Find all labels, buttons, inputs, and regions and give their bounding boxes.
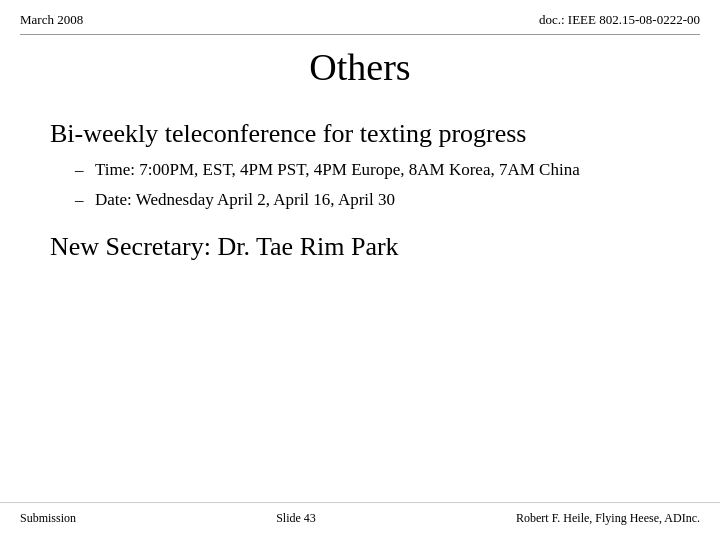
content-section: Bi-weekly teleconference for texting pro… (0, 109, 720, 282)
bullet-list: Time: 7:00PM, EST, 4PM PST, 4PM Europe, … (50, 157, 670, 212)
header-date: March 2008 (20, 12, 83, 28)
bullet-item-2: Date: Wednesday April 2, April 16, April… (80, 187, 670, 213)
bullet-item-1: Time: 7:00PM, EST, 4PM PST, 4PM Europe, … (80, 157, 670, 183)
header-doc: doc.: IEEE 802.15-08-0222-00 (539, 12, 700, 28)
footer-author: Robert F. Heile, Flying Heese, ADInc. (516, 511, 700, 526)
slide-title: Others (20, 45, 700, 89)
footer-slide-number: Slide 43 (276, 511, 316, 526)
slide-footer: Submission Slide 43 Robert F. Heile, Fly… (0, 502, 720, 526)
main-heading: Bi-weekly teleconference for texting pro… (50, 119, 670, 149)
slide: March 2008 doc.: IEEE 802.15-08-0222-00 … (0, 0, 720, 540)
footer-submission: Submission (20, 511, 76, 526)
secondary-heading: New Secretary: Dr. Tae Rim Park (50, 232, 670, 262)
title-section: Others (0, 35, 720, 109)
slide-header: March 2008 doc.: IEEE 802.15-08-0222-00 (0, 0, 720, 34)
